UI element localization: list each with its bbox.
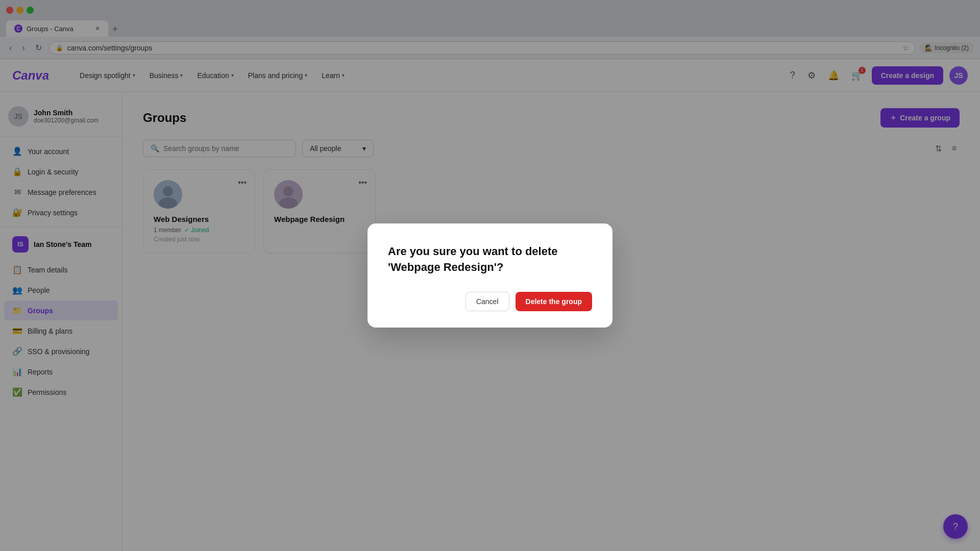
modal-title: Are you sure you want to delete 'Webpage… — [388, 244, 592, 276]
modal-actions: Cancel Delete the group — [388, 292, 592, 311]
cancel-btn[interactable]: Cancel — [465, 292, 509, 311]
delete-group-btn[interactable]: Delete the group — [516, 292, 592, 311]
modal-title-line2: 'Webpage Redesign'? — [388, 261, 503, 273]
modal-title-line1: Are you sure you want to delete — [388, 245, 558, 258]
modal-overlay: Are you sure you want to delete 'Webpage… — [0, 0, 980, 551]
delete-confirm-modal: Are you sure you want to delete 'Webpage… — [368, 223, 612, 328]
